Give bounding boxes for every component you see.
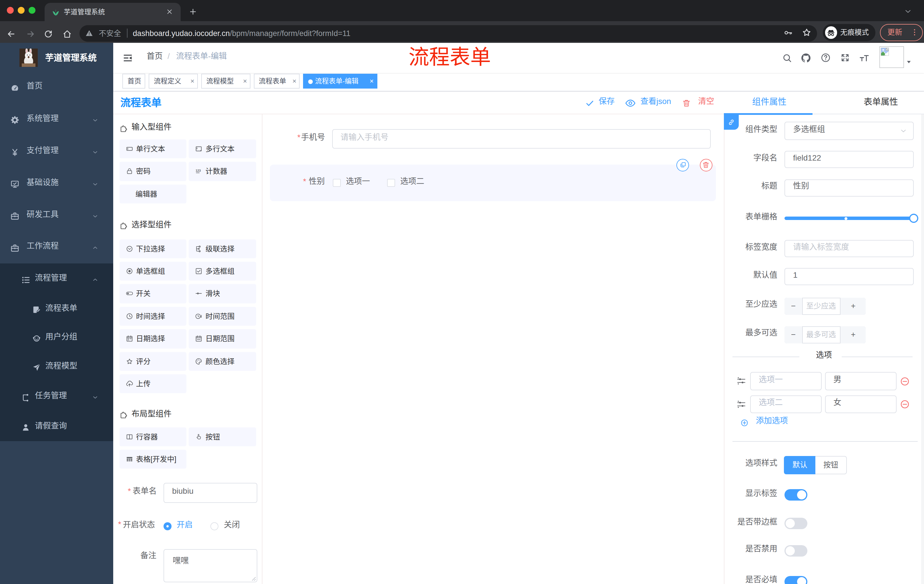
svg-text:123: 123 — [196, 169, 201, 173]
